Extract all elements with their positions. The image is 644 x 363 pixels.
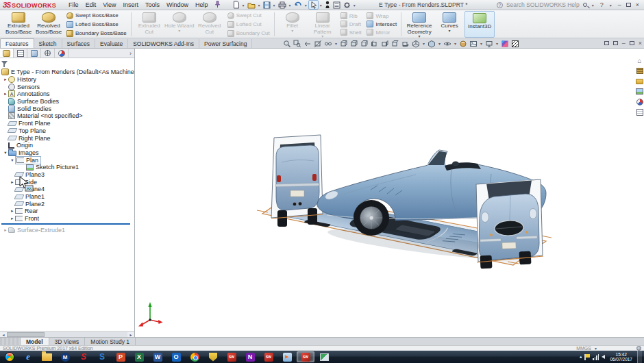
action-center-flag-icon[interactable] bbox=[584, 354, 590, 360]
menu-view[interactable]: View bbox=[99, 1, 119, 9]
start-button[interactable] bbox=[1, 351, 18, 362]
tree-item-root[interactable]: E Type - From Renders (Default<As Machin… bbox=[0, 68, 134, 76]
front-view-icon[interactable] bbox=[349, 39, 359, 48]
extruded-boss-base-button[interactable]: Extruded Boss/Base bbox=[3, 11, 34, 38]
show-hidden-icons-button[interactable]: ▴ bbox=[580, 354, 582, 360]
left-view-icon[interactable] bbox=[370, 39, 380, 48]
close-button[interactable]: × bbox=[634, 1, 641, 8]
settings-caret[interactable]: ▾ bbox=[354, 3, 356, 8]
view-settings-icon[interactable] bbox=[484, 39, 494, 48]
top-view-icon[interactable] bbox=[391, 39, 400, 48]
zoom-to-area-icon[interactable] bbox=[293, 39, 302, 48]
tree-item-history[interactable]: ▸ History bbox=[0, 76, 134, 84]
blue-s-app-button[interactable]: S bbox=[93, 351, 111, 362]
panel-flyout-arrow[interactable]: › bbox=[127, 49, 134, 58]
boundary-boss-base-button[interactable]: Boundary Boss/Base bbox=[65, 29, 128, 37]
search-help-input[interactable]: Search SOLIDWORKS Help bbox=[506, 1, 580, 8]
tree-item-plane2[interactable]: Plane2 bbox=[0, 200, 134, 208]
menu-insert[interactable]: Insert bbox=[120, 1, 143, 9]
file-explorer-icon[interactable] bbox=[636, 77, 643, 85]
tab-evaluate[interactable]: Evaluate bbox=[95, 39, 128, 48]
doc-close-button[interactable]: × bbox=[639, 40, 642, 47]
collapse-arrow[interactable]: ▾ bbox=[10, 158, 15, 163]
settings-gear-button[interactable] bbox=[342, 0, 352, 10]
menu-help[interactable]: Help bbox=[192, 1, 212, 9]
tree-item-rear[interactable]: ▸ Rear bbox=[0, 208, 134, 215]
menu-edit[interactable]: Edit bbox=[82, 1, 100, 9]
tree-item-front-plane[interactable]: Front Plane bbox=[0, 120, 134, 127]
volume-icon[interactable] bbox=[602, 355, 605, 359]
help-button[interactable]: ? bbox=[599, 1, 605, 8]
solidworks-2016-button[interactable]: SW bbox=[223, 351, 240, 362]
tab-sketch[interactable]: Sketch bbox=[34, 39, 62, 48]
solidworks-active-button[interactable]: SW bbox=[297, 351, 314, 362]
photo-viewer-button[interactable] bbox=[315, 351, 333, 362]
view-orientation-icon[interactable] bbox=[339, 39, 349, 48]
tree-item-origin[interactable]: Origin bbox=[0, 142, 134, 149]
select-caret[interactable]: ▾ bbox=[320, 3, 322, 8]
lofted-boss-base-button[interactable]: Lofted Boss/Base bbox=[65, 21, 128, 28]
status-globe-icon[interactable] bbox=[636, 346, 641, 351]
media-player-button[interactable]: ▶ bbox=[278, 351, 296, 362]
chrome-button[interactable] bbox=[186, 351, 203, 362]
scroll-right-arrow[interactable]: ▸ bbox=[128, 332, 134, 337]
powerpoint-button[interactable]: P bbox=[112, 351, 129, 362]
rollback-bar[interactable] bbox=[1, 223, 130, 225]
menu-file[interactable]: File bbox=[65, 1, 82, 9]
plan-hover-box[interactable]: Plan bbox=[15, 156, 41, 164]
design-library-icon[interactable] bbox=[636, 67, 643, 75]
tree-item-solid-bodies[interactable]: Solid Bodies bbox=[0, 105, 134, 112]
expand-arrow[interactable]: ▸ bbox=[10, 208, 15, 214]
right-view-icon[interactable] bbox=[380, 39, 390, 48]
search-icon[interactable] bbox=[583, 3, 587, 7]
edit-appearance-icon[interactable] bbox=[458, 39, 468, 48]
tab-solidworks-add-ins[interactable]: SOLIDWORKS Add-Ins bbox=[128, 39, 199, 48]
print-caret[interactable]: ▾ bbox=[289, 3, 291, 8]
graphics-viewport[interactable]: ⌂ bbox=[135, 49, 644, 337]
realview-graphics-icon[interactable] bbox=[500, 39, 510, 48]
appearances-scenes-icon[interactable] bbox=[636, 98, 643, 105]
property-manager-tab[interactable] bbox=[14, 49, 27, 58]
rear-view-sketch-picture[interactable] bbox=[271, 135, 323, 227]
minimize-button[interactable]: – bbox=[617, 1, 623, 8]
red-s-app-button[interactable]: S bbox=[75, 351, 92, 362]
expand-arrow[interactable]: ▸ bbox=[10, 216, 15, 221]
save-button[interactable] bbox=[262, 0, 272, 10]
menu-window[interactable]: Window bbox=[163, 1, 192, 9]
panel-horizontal-scrollbar[interactable]: ◂ ▸ bbox=[0, 331, 134, 337]
windows-explorer-button[interactable] bbox=[38, 351, 55, 362]
custom-properties-icon[interactable] bbox=[636, 108, 643, 116]
display-style-icon[interactable] bbox=[427, 39, 436, 48]
expand-arrow[interactable]: ▸ bbox=[3, 227, 8, 233]
section-view-icon[interactable] bbox=[313, 39, 323, 48]
tab-power-surfacing[interactable]: Power Surfacing bbox=[199, 39, 252, 48]
model-scene[interactable] bbox=[135, 49, 643, 337]
view-palette-icon[interactable] bbox=[636, 88, 643, 95]
curves-button[interactable]: Curves ▾ bbox=[434, 11, 465, 38]
doc-restore-button[interactable] bbox=[630, 41, 634, 45]
tab-surfaces[interactable]: Surfaces bbox=[62, 39, 96, 48]
apply-scene-caret[interactable]: ▾ bbox=[480, 41, 482, 46]
tab-features[interactable]: Features bbox=[0, 38, 34, 48]
scrollbar-thumb[interactable] bbox=[7, 332, 45, 337]
intersect-button[interactable]: Intersect bbox=[365, 21, 398, 28]
tab-scroll-stub[interactable] bbox=[0, 338, 21, 345]
taskbar-clock[interactable]: 15:42 06/07/2017 bbox=[608, 352, 634, 362]
tree-item-sketch-picture1[interactable]: Sketch Picture1 bbox=[0, 164, 134, 171]
zoom-to-fit-icon[interactable] bbox=[282, 39, 292, 48]
undo-button[interactable] bbox=[293, 0, 304, 10]
display-style-caret[interactable]: ▾ bbox=[438, 41, 441, 46]
feature-manager-tab[interactable] bbox=[0, 49, 14, 58]
doc-restore-icon[interactable] bbox=[604, 41, 609, 45]
expand-arrow[interactable]: ▸ bbox=[10, 179, 15, 185]
hide-show-caret[interactable]: ▾ bbox=[454, 41, 456, 46]
model-tab[interactable]: Model bbox=[21, 338, 49, 345]
motion-study-tab[interactable]: Motion Study 1 bbox=[85, 338, 136, 345]
dynamic-annotation-views-icon[interactable] bbox=[323, 39, 333, 48]
tree-item-plan[interactable]: ▾ Plan bbox=[0, 156, 134, 164]
tree-item-right-plane[interactable]: Right Plane bbox=[0, 134, 134, 142]
pin-menu-icon[interactable] bbox=[214, 1, 221, 9]
reference-geometry-button[interactable]: Reference Geometry ▾ bbox=[404, 11, 434, 38]
security-shield-button[interactable] bbox=[204, 351, 222, 362]
restore-button[interactable] bbox=[626, 3, 631, 7]
